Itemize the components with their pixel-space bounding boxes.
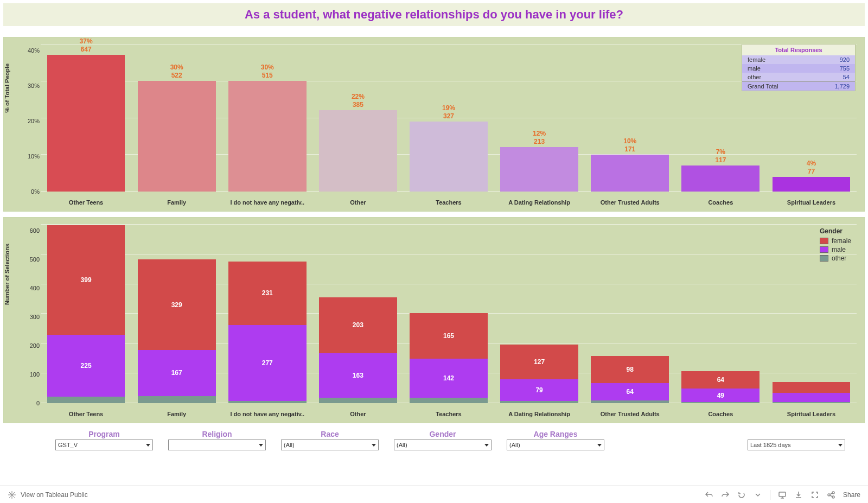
bar-group[interactable]: 6498 — [585, 224, 675, 403]
filter-select[interactable]: (All) — [394, 440, 492, 450]
x-axis-labels: Other TeensFamilyI do not have any negat… — [41, 199, 857, 206]
bar-group[interactable]: 22%385 — [312, 44, 403, 192]
filter-select[interactable]: (All) — [281, 440, 379, 450]
totals-header: Total Responses — [742, 44, 855, 55]
x-tick: Other — [312, 199, 403, 206]
filter-label: Gender — [429, 430, 456, 438]
x-tick: Spiritual Leaders — [766, 199, 857, 206]
x-tick: I do not have any negativ.. — [222, 411, 312, 417]
stacked-plot: 2253991673292772311632031421657912764984… — [41, 224, 857, 403]
x-tick: Other Teens — [41, 411, 131, 417]
filter-label: Religion — [202, 430, 232, 438]
filters-row: ProgramGST_VReligionRace(All)Gender(All)… — [3, 428, 865, 450]
title-bar: As a student, what negative relationship… — [3, 3, 865, 26]
x-tick: Family — [131, 199, 222, 206]
filter-program: ProgramGST_V — [55, 430, 153, 450]
filter-select[interactable] — [168, 440, 266, 450]
percent-chart-panel: % of Total People 40%30%20%10%0% 37%6473… — [3, 37, 865, 212]
y-axis-ticks: 40%30%20%10%0% — [27, 44, 40, 192]
x-tick: Spiritual Leaders — [766, 411, 857, 417]
bar-group[interactable]: 167329 — [131, 224, 222, 403]
x-tick: A Dating Relationship — [494, 411, 585, 417]
presentation-icon[interactable] — [778, 491, 787, 499]
legend-item[interactable]: male — [820, 246, 851, 253]
bar-group[interactable]: 4964 — [675, 224, 766, 403]
totals-row: male755 — [742, 64, 855, 73]
date-filter-col: . Last 1825 days — [748, 430, 845, 450]
fullscreen-icon[interactable] — [810, 491, 819, 499]
filter-age-ranges: Age Ranges(All) — [507, 430, 604, 450]
bar-group[interactable]: 12%213 — [494, 44, 585, 192]
date-filter-value: Last 1825 days — [750, 442, 791, 448]
total-responses-box: Total Responses female920male755other54G… — [742, 44, 856, 91]
y-axis-ticks: 6005004003002001000 — [27, 224, 40, 403]
x-axis-labels: Other TeensFamilyI do not have any negat… — [41, 411, 857, 417]
filter-select[interactable]: (All) — [507, 440, 604, 450]
x-tick: Coaches — [675, 411, 766, 417]
undo-icon[interactable] — [705, 491, 713, 499]
x-tick: A Dating Relationship — [494, 199, 585, 206]
x-tick: Other Trusted Adults — [585, 199, 675, 206]
x-tick: I do not have any negativ.. — [222, 199, 312, 206]
bars-container: 2253991673292772311632031421657912764984… — [41, 224, 857, 403]
y-axis-label: Number of Selections — [4, 244, 10, 305]
bar-group[interactable]: 30%515 — [222, 44, 312, 192]
filter-label: Program — [88, 430, 120, 438]
legend-item[interactable]: female — [820, 237, 851, 245]
bar-group[interactable]: 277231 — [222, 224, 312, 403]
stacked-chart-panel: Number of Selections 6005004003002001000… — [3, 217, 865, 423]
y-axis-label: % of Total People — [4, 63, 10, 113]
bar-group[interactable]: 79127 — [494, 224, 585, 403]
divider — [770, 490, 770, 500]
totals-row: other54 — [742, 73, 855, 81]
dashboard-page: As a student, what negative relationship… — [0, 0, 868, 503]
filter-gender: Gender(All) — [394, 430, 492, 450]
bar-group[interactable]: 19%327 — [403, 44, 494, 192]
x-tick: Other Trusted Adults — [585, 411, 675, 417]
share-label[interactable]: Share — [843, 491, 860, 499]
filter-select[interactable]: GST_V — [55, 440, 153, 450]
bar-group[interactable]: 163203 — [312, 224, 403, 403]
filter-race: Race(All) — [281, 430, 379, 450]
share-icon[interactable] — [827, 491, 835, 499]
x-tick: Teachers — [403, 411, 494, 417]
x-tick: Teachers — [403, 199, 494, 206]
svg-point-2 — [832, 492, 834, 494]
chevron-down-icon[interactable] — [754, 491, 762, 499]
bar-group[interactable]: 142165 — [403, 224, 494, 403]
x-tick: Family — [131, 411, 222, 417]
percent-plot: 37%64730%52230%51522%38519%32712%21310%1… — [41, 44, 857, 192]
x-tick: Other Teens — [41, 199, 131, 206]
svg-point-3 — [832, 496, 834, 498]
legend-item[interactable]: other — [820, 254, 851, 262]
filter-label: Race — [321, 430, 339, 438]
download-icon[interactable] — [794, 491, 803, 499]
svg-rect-0 — [779, 492, 786, 496]
redo-icon[interactable] — [721, 491, 730, 499]
tableau-footer: View on Tableau Public Share — [0, 486, 868, 503]
reset-icon[interactable] — [737, 491, 746, 499]
tableau-logo-icon — [8, 491, 16, 499]
totals-row: Grand Total1,729 — [742, 81, 855, 91]
bar-group[interactable]: 30%522 — [131, 44, 222, 192]
view-on-public-link[interactable]: View on Tableau Public — [21, 491, 88, 499]
date-filter-select[interactable]: Last 1825 days — [748, 440, 845, 450]
page-title: As a student, what negative relationship… — [245, 8, 623, 22]
bar-group[interactable]: 37%647 — [41, 44, 131, 192]
totals-row: female920 — [742, 55, 855, 64]
svg-point-1 — [828, 494, 830, 496]
filter-label: Age Ranges — [534, 430, 578, 438]
bars-container: 37%64730%52230%51522%38519%32712%21310%1… — [41, 44, 857, 192]
chart-area: % of Total People 40%30%20%10%0% 37%6473… — [3, 37, 865, 486]
chevron-down-icon — [838, 444, 843, 447]
x-tick: Coaches — [675, 199, 766, 206]
bar-group[interactable]: 225399 — [41, 224, 131, 403]
legend-header: Gender — [820, 227, 851, 235]
x-tick: Other — [312, 411, 403, 417]
filter-religion: Religion — [168, 430, 266, 450]
bar-group[interactable]: 10%171 — [585, 44, 675, 192]
gender-legend: Gender femalemaleother — [820, 227, 851, 263]
